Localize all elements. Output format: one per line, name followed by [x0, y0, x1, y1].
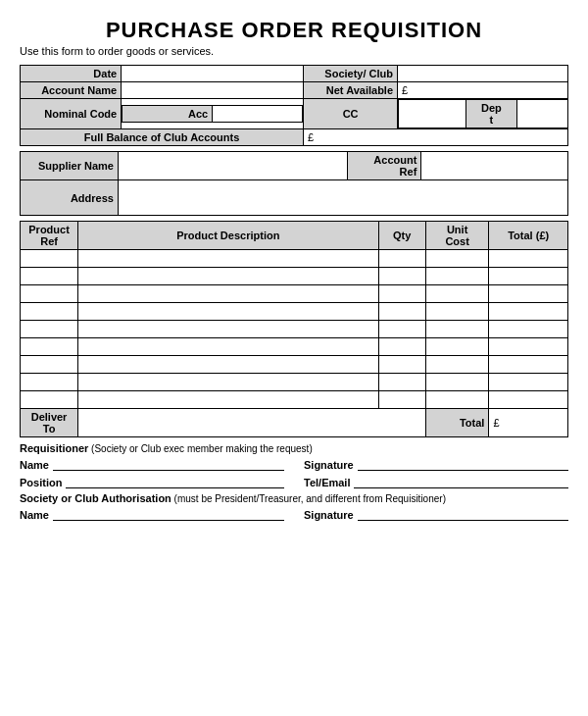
col-product-ref: Product Ref [21, 222, 78, 250]
requisitioner-note: (Society or Club exec member making the … [88, 443, 312, 454]
deliver-to-value[interactable] [78, 409, 426, 437]
full-balance-value[interactable]: £ [304, 129, 568, 146]
req-name-input[interactable] [53, 457, 284, 471]
table-row[interactable] [21, 374, 568, 391]
table-row[interactable] [21, 268, 568, 285]
col-description: Product Description [78, 222, 378, 250]
total-value[interactable]: £ [489, 409, 568, 437]
account-name-value[interactable] [122, 82, 304, 99]
cc-label: CC [304, 99, 398, 129]
table-row[interactable] [21, 321, 568, 338]
acc-value[interactable] [213, 106, 303, 123]
supplier-table: Supplier Name Account Ref Address [20, 151, 568, 216]
table-row[interactable] [21, 338, 568, 356]
auth-note: (must be President/Treasurer, and differ… [172, 493, 446, 504]
net-available-value[interactable]: £ [398, 82, 568, 99]
date-value[interactable] [122, 66, 304, 82]
pound-sign-1: £ [402, 84, 408, 96]
auth-title: Society or Club Authorisation [20, 492, 172, 504]
req-tel-input[interactable] [354, 475, 568, 488]
header-table: Date Society/ Club Account Name Net Avai… [20, 65, 568, 146]
address-label: Address [21, 180, 119, 216]
account-ref-value[interactable] [421, 152, 568, 180]
date-label: Date [21, 66, 122, 82]
page-title: PURCHASE ORDER REQUISITION [20, 18, 568, 43]
full-balance-label: Full Balance of Club Accounts [21, 129, 304, 146]
dept-value[interactable] [516, 100, 567, 128]
col-unit-cost: Unit Cost [425, 222, 489, 250]
table-row[interactable] [21, 391, 568, 409]
subtitle: Use this form to order goods or services… [20, 45, 568, 57]
account-name-label: Account Name [21, 82, 122, 99]
auth-signature-label: Signature [304, 509, 354, 521]
address-value[interactable] [118, 180, 567, 216]
total-label: Total [425, 409, 489, 437]
society-club-label: Society/ Club [304, 66, 398, 82]
req-position-label: Position [20, 477, 62, 488]
auth-name-input[interactable] [53, 507, 284, 521]
auth-name-label: Name [20, 509, 49, 521]
auth-signature-input[interactable] [358, 507, 568, 521]
dept-label: Dep t [466, 100, 517, 128]
table-row[interactable] [21, 303, 568, 321]
pound-total: £ [493, 417, 499, 429]
table-row[interactable] [21, 285, 568, 303]
col-total: Total (£) [489, 222, 568, 250]
authorisation-section: Society or Club Authorisation (must be P… [20, 492, 568, 521]
table-row[interactable] [21, 356, 568, 374]
society-club-value[interactable] [398, 66, 568, 82]
req-name-label: Name [20, 459, 49, 471]
account-ref-label: Account Ref [348, 152, 421, 180]
req-tel-label: Tel/Email [304, 477, 350, 488]
supplier-name-label: Supplier Name [21, 152, 119, 180]
table-row[interactable] [21, 250, 568, 268]
cc-value[interactable] [399, 100, 466, 128]
req-position-input[interactable] [66, 475, 284, 488]
supplier-name-value[interactable] [118, 152, 347, 180]
acc-label: Acc [122, 106, 213, 123]
req-signature-label: Signature [304, 459, 354, 471]
deliver-to-label: Deliver To [21, 409, 78, 437]
col-qty: Qty [378, 222, 425, 250]
net-available-label: Net Available [304, 82, 398, 99]
pound-sign-2: £ [308, 131, 314, 143]
product-table: Product Ref Product Description Qty Unit… [20, 221, 568, 437]
requisitioner-section: Requisitioner (Society or Club exec memb… [20, 442, 568, 488]
req-signature-input[interactable] [358, 457, 568, 471]
nominal-code-label: Nominal Code [21, 99, 122, 129]
requisitioner-title: Requisitioner [20, 442, 88, 454]
